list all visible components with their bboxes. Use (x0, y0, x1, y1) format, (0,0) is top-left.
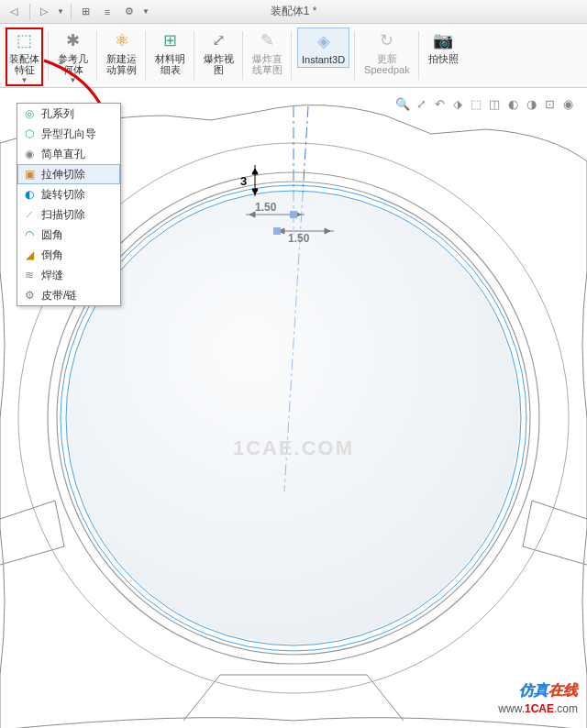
menu-label: 简单直孔 (41, 147, 85, 162)
label: 爆炸视 图 (204, 53, 234, 75)
watermark-center: 1CAE.COM (233, 436, 354, 460)
label: 装配体 特征 (9, 53, 39, 75)
bom-icon: ⊞ (158, 29, 183, 51)
appearance-icon[interactable]: ◑ (523, 95, 539, 112)
menu-icon: ◎ (21, 105, 38, 122)
orientation-icon[interactable]: ⬚ (468, 95, 484, 112)
chevron-down-icon: ▼ (70, 76, 77, 84)
label: Instant3D (302, 54, 345, 65)
back-icon[interactable]: ◁ (4, 2, 24, 22)
dropdown-item-3[interactable]: ▣拉伸切除 (17, 164, 120, 184)
menu-label: 圆角 (41, 227, 63, 243)
label: 爆炸直 线草图 (252, 53, 282, 75)
menu-icon: ⟋ (21, 206, 38, 223)
menu-label: 旋转切除 (41, 187, 85, 203)
chevron-down-icon: ▼ (21, 76, 28, 84)
menu-label: 异型孔向导 (41, 127, 96, 142)
select-icon[interactable]: ▷ (34, 2, 54, 22)
url-www: www. (498, 702, 525, 715)
ribbon: ⬚ 装配体 特征 ▼ ✱ 参考几 何体 ▼ ⚛ 新建运 动算例 ⊞ 材料明 细表… (0, 24, 587, 88)
toolbox-icon[interactable]: ⊞ (75, 2, 95, 22)
menu-icon: ◢ (21, 247, 38, 263)
menu-label: 焊缝 (41, 268, 63, 283)
dropdown-item-6[interactable]: ◠圆角 (17, 225, 120, 245)
menu-icon: ◉ (21, 146, 38, 162)
menu-icon: ▣ (21, 166, 38, 182)
render-icon[interactable]: ◉ (559, 95, 576, 112)
instant3d-icon: ◈ (311, 30, 337, 52)
dropdown-item-7[interactable]: ◢倒角 (17, 245, 120, 265)
dropdown-item-4[interactable]: ◐旋转切除 (17, 184, 120, 204)
label: 拍快照 (428, 53, 459, 64)
url-domain: 1CAE (525, 702, 554, 715)
prev-view-icon[interactable]: ↶ (431, 95, 448, 112)
dropdown-icon[interactable]: ▼ (56, 2, 65, 22)
dimension-1: 3 (240, 174, 247, 188)
menu-icon: ⚙ (21, 287, 38, 303)
speedpak-icon: ↻ (374, 29, 400, 51)
display-style-icon[interactable]: ◫ (486, 95, 503, 112)
dropdown-item-2[interactable]: ◉简单直孔 (17, 144, 120, 164)
quick-access-toolbar: ◁ ▷ ▼ ⊞ ≡ ⚙ ▼ 装配体1 * (0, 0, 587, 24)
label: 参考几 何体 (58, 53, 88, 75)
motion-study-icon: ⚛ (109, 29, 135, 51)
brand-part1: 仿真 (519, 682, 548, 698)
hide-show-icon[interactable]: ◐ (504, 95, 521, 112)
menu-icon: ◠ (21, 226, 38, 243)
bom-button[interactable]: ⊞ 材料明 细表 (151, 28, 189, 77)
exploded-line-icon: ✎ (255, 29, 281, 51)
assembly-features-dropdown: ◎孔系列⬡异型孔向导◉简单直孔▣拉伸切除◐旋转切除⟋扫描切除◠圆角◢倒角≋焊缝⚙… (17, 103, 121, 306)
url-tld: .com (554, 702, 578, 715)
reference-geometry-button[interactable]: ✱ 参考几 何体 ▼ (54, 28, 92, 86)
dropdown-item-8[interactable]: ≋焊缝 (17, 265, 120, 285)
separator (29, 4, 30, 20)
update-speedpak-button[interactable]: ↻ 更新 Speedpak (360, 28, 414, 77)
label: 材料明 细表 (155, 53, 185, 75)
section-view-icon[interactable]: ⬗ (449, 95, 466, 112)
assembly-features-button[interactable]: ⬚ 装配体 特征 ▼ (6, 28, 43, 86)
instant3d-button[interactable]: ◈ Instant3D (297, 28, 349, 68)
menu-icon: ≋ (21, 267, 38, 283)
menu-icon: ⬡ (21, 126, 38, 142)
new-motion-study-button[interactable]: ⚛ 新建运 动算例 (103, 28, 140, 77)
separator (71, 4, 72, 20)
exploded-view-icon: ⤢ (206, 29, 232, 51)
label: 更新 Speedpak (364, 53, 410, 75)
view-toolbar: 🔍 ⤢ ↶ ⬗ ⬚ ◫ ◐ ◑ ⊡ ◉ (393, 94, 578, 114)
menu-label: 孔系列 (41, 106, 74, 122)
exploded-line-sketch-button[interactable]: ✎ 爆炸直 线草图 (249, 28, 286, 77)
list-icon[interactable]: ≡ (97, 2, 117, 22)
menu-label: 扫描切除 (41, 207, 85, 223)
dropdown-item-5[interactable]: ⟋扫描切除 (17, 204, 120, 225)
settings-icon[interactable]: ⚙ (119, 2, 139, 22)
assembly-features-icon: ⬚ (12, 29, 38, 51)
watermark-brand: 仿真在线 www.1CAE.com (498, 681, 578, 715)
exploded-view-button[interactable]: ⤢ 爆炸视 图 (200, 28, 238, 77)
camera-icon: 📷 (430, 29, 456, 51)
reference-geometry-icon: ✱ (61, 29, 86, 51)
take-photo-button[interactable]: 📷 拍快照 (425, 28, 462, 66)
label: 新建运 动算例 (106, 53, 137, 75)
menu-label: 拉伸切除 (41, 167, 85, 182)
menu-label: 皮带/链 (41, 288, 77, 303)
zoom-area-icon[interactable]: ⤢ (413, 95, 429, 112)
menu-icon: ◐ (21, 186, 38, 203)
dropdown-item-0[interactable]: ◎孔系列 (17, 104, 120, 124)
brand-part2: 在线 (548, 682, 578, 698)
menu-label: 倒角 (41, 248, 63, 263)
dropdown-item-1[interactable]: ⬡异型孔向导 (17, 124, 120, 144)
window-title: 装配体1 * (271, 4, 317, 19)
svg-point-14 (68, 193, 519, 644)
zoom-fit-icon[interactable]: 🔍 (394, 95, 411, 112)
scene-icon[interactable]: ⊡ (541, 95, 558, 112)
dropdown-icon[interactable]: ▼ (141, 2, 150, 22)
dropdown-item-9[interactable]: ⚙皮带/链 (17, 285, 120, 305)
